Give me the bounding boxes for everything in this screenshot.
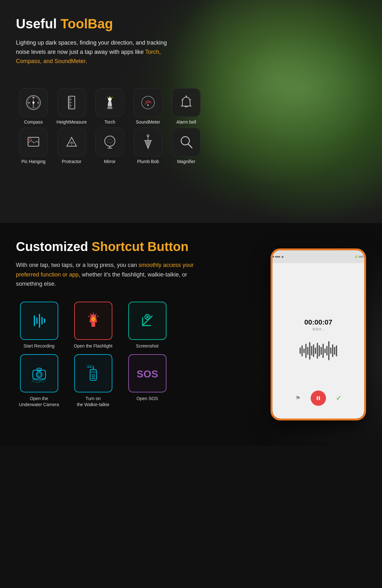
tool-label-sound: SoundMeter <box>136 119 160 125</box>
tool-item-torch[interactable]: Torch <box>92 88 127 125</box>
soundmeter-icon <box>140 95 156 111</box>
tool-label-plumb: Plumb Bob <box>137 159 159 164</box>
svg-line-57 <box>90 314 91 315</box>
shortcut-item-sos[interactable]: SOS Open SOS <box>124 354 170 408</box>
shortcut-description: With one tap, two taps, or a long press,… <box>16 261 201 289</box>
title-part2: ToolBag <box>60 16 113 31</box>
shortcut-item-recording[interactable]: Start Recording <box>16 302 62 349</box>
tool-label-alarm: Alarm bell <box>176 119 196 125</box>
tool-item-compass[interactable]: N S W E Compass <box>16 88 51 125</box>
svg-point-28 <box>147 104 149 106</box>
phone-screen-header: ■ ■■■ ◀ 🔋 WiFi <box>272 250 364 263</box>
mirror-icon <box>102 134 118 150</box>
tool-item-pic[interactable]: Pic Hanging <box>16 128 51 164</box>
svg-line-25 <box>145 102 147 102</box>
tool-item-protractor[interactable]: Protractor <box>54 128 89 164</box>
shortcut-item-flashlight[interactable]: Open the Flashlight <box>70 302 116 349</box>
svg-point-30 <box>186 96 187 97</box>
phone-controls: ⚑ ✓ <box>292 391 345 406</box>
tool-icon-box-compass: N S W E <box>19 88 48 117</box>
phone-waveform <box>282 338 355 363</box>
svg-point-68 <box>38 373 41 376</box>
tool-label-magnifier: Magnifier <box>177 159 195 164</box>
shortcut-label-recording: Start Recording <box>24 343 54 349</box>
tool-icon-box-magnifier <box>172 128 201 156</box>
svg-line-26 <box>149 101 150 102</box>
tool-icon-box-mirror <box>96 128 124 156</box>
recording-icon <box>30 311 49 330</box>
shortcut-icon-box-underwater <box>20 354 58 392</box>
tool-icon-box-alarm <box>172 88 201 117</box>
tool-item-mirror[interactable]: Mirror <box>92 128 127 164</box>
svg-point-38 <box>105 136 115 146</box>
svg-rect-54 <box>91 315 96 317</box>
svg-text:W: W <box>28 101 30 104</box>
underwater-camera-icon <box>30 364 49 383</box>
shortcut-item-walkie[interactable]: Turn onthe Walkie-talkie <box>70 354 116 408</box>
phone-mockup: ■ ■■■ ◀ 🔋 WiFi 00:00:07 录音中... <box>261 242 376 427</box>
phone-flag-btn: ⚑ <box>292 392 304 405</box>
phone-pause-btn <box>311 391 326 406</box>
svg-line-47 <box>188 144 192 148</box>
tool-item-magnifier[interactable]: Magnifier <box>169 128 204 164</box>
tool-item-plumb[interactable]: Plumb Bob <box>131 128 166 164</box>
phone-check-btn: ✓ <box>332 392 345 405</box>
phone-body: ■ ■■■ ◀ 🔋 WiFi 00:00:07 录音中... <box>271 248 366 420</box>
walkie-talkie-icon <box>84 364 103 383</box>
shortcut-title-part2: Shortcut Button <box>92 240 188 254</box>
phone-screen: ■ ■■■ ◀ 🔋 WiFi 00:00:07 录音中... <box>272 250 364 419</box>
shortcut-icon-box-recording <box>20 302 58 340</box>
desc-text-2: . <box>85 58 87 64</box>
toolbag-section: Useful ToolBag Lighting up dark spaces, … <box>0 0 382 223</box>
tool-icon-box-protractor <box>57 128 86 156</box>
svg-rect-53 <box>91 322 95 327</box>
phone-subtitle: 录音中... <box>312 327 324 332</box>
shortcut-section: Customized Shortcut Button With one tap,… <box>0 223 382 446</box>
svg-text:E: E <box>37 101 39 104</box>
shortcut-item-screenshot[interactable]: Screenshot <box>124 302 170 349</box>
pic-hanging-icon <box>25 134 41 150</box>
shortcut-desc-1: With one tap, two taps, or a long press,… <box>16 262 138 268</box>
shortcut-item-underwater[interactable]: Open theUnderwater Camera <box>16 354 62 408</box>
sos-icon: SOS <box>136 365 159 381</box>
tool-item-alarm[interactable]: Alarm bell <box>169 88 204 125</box>
shortcut-title-part1: Customized <box>16 240 92 254</box>
svg-line-58 <box>96 314 96 315</box>
shortcut-label-flashlight: Open the Flashlight <box>74 343 112 349</box>
desc-text-1: Lighting up dark spaces, finding your di… <box>16 39 167 55</box>
tool-label-torch: Torch <box>104 119 115 125</box>
svg-text:SOS: SOS <box>137 368 158 380</box>
svg-point-18 <box>109 98 111 100</box>
flashlight-icon <box>84 311 103 330</box>
svg-line-60 <box>97 316 98 317</box>
shortcut-label-walkie: Turn onthe Walkie-talkie <box>77 396 109 408</box>
screenshot-icon <box>138 311 157 330</box>
svg-rect-76 <box>319 396 320 400</box>
svg-point-72 <box>92 375 95 377</box>
phone-timer: 00:00:07 <box>304 318 332 326</box>
tool-label-height: HeightMeasure <box>57 119 87 125</box>
svg-point-67 <box>36 372 42 377</box>
toolbag-description: Lighting up dark spaces, finding your di… <box>16 38 181 66</box>
shortcut-label-sos: Open SOS <box>137 396 158 402</box>
svg-rect-75 <box>317 396 318 400</box>
shortcut-label-screenshot: Screenshot <box>136 343 159 349</box>
protractor-icon <box>64 134 80 150</box>
tool-item-sound[interactable]: SoundMeter <box>131 88 166 125</box>
shortcut-icon-box-flashlight <box>74 302 112 340</box>
shortcut-icon-box-walkie <box>74 354 112 392</box>
tool-label-protractor: Protractor <box>62 159 81 164</box>
tool-icon-box-plumb <box>134 128 162 156</box>
magnifier-icon <box>178 134 194 150</box>
tool-item-height[interactable]: HeightMeasure <box>54 88 89 125</box>
svg-point-55 <box>91 317 95 321</box>
svg-point-8 <box>32 102 34 104</box>
svg-line-24 <box>146 101 147 102</box>
svg-line-21 <box>112 97 112 98</box>
svg-line-59 <box>88 316 89 317</box>
tools-grid: N S W E Compass <box>0 85 382 177</box>
tool-icon-box-pic <box>19 128 48 156</box>
bell-icon <box>178 95 194 111</box>
tool-icon-box-torch <box>96 88 124 117</box>
svg-rect-66 <box>37 368 41 371</box>
